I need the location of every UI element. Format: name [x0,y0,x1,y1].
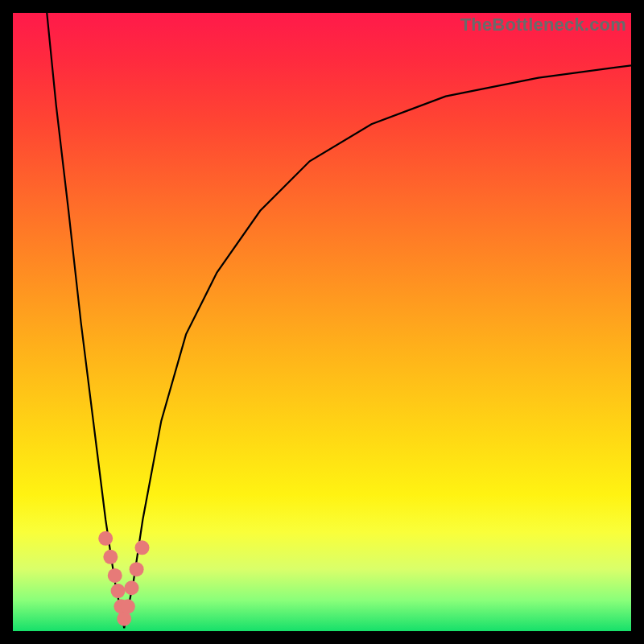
marker-dot [111,584,126,598]
plot-area: TheBottleneck.com [13,13,631,631]
chart-frame: TheBottleneck.com [0,0,644,644]
marker-dot [98,531,113,546]
marker-dot [117,612,131,626]
marker-dot [108,568,122,583]
marker-group [98,531,149,626]
marker-dot [130,562,144,576]
curve-layer [13,13,631,631]
bottleneck-curve [47,13,631,628]
marker-dot [135,540,150,555]
marker-dot [124,580,138,595]
marker-dot [121,599,135,613]
marker-dot [103,550,118,564]
